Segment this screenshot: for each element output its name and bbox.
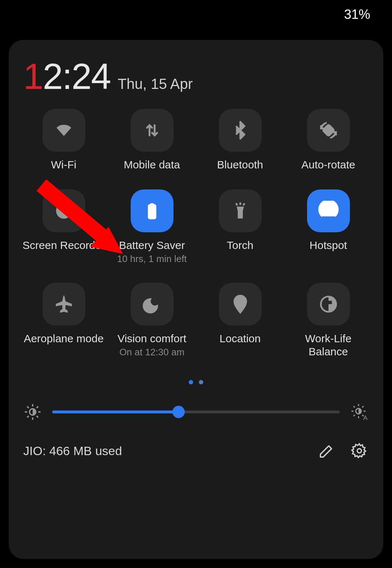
- svg-point-5: [61, 208, 66, 214]
- svg-rect-16: [328, 301, 332, 304]
- airplane-toggle[interactable]: [42, 283, 85, 326]
- tile-label: Wi-Fi: [51, 158, 77, 171]
- tile-label: Battery Saver: [119, 239, 185, 252]
- clock-time: 12:24: [23, 58, 110, 94]
- svg-line-12: [243, 203, 245, 205]
- tile-wifi: Wi-Fi: [20, 109, 108, 171]
- page-dot[interactable]: [199, 380, 203, 384]
- worklife-toggle[interactable]: [307, 283, 350, 326]
- tile-sublabel: 10 hrs, 1 min left: [117, 253, 187, 265]
- mobiledata-toggle[interactable]: [131, 109, 173, 152]
- hotspot-toggle[interactable]: [307, 189, 350, 232]
- brightness-slider[interactable]: [52, 407, 340, 417]
- bottom-row: JIO: 466 MB used: [20, 441, 372, 460]
- tile-label: Work-Life Balance: [284, 332, 372, 358]
- svg-rect-7: [150, 203, 154, 205]
- svg-point-38: [357, 449, 362, 453]
- slider-track: [52, 410, 340, 413]
- tile-label: Bluetooth: [217, 158, 263, 171]
- svg-line-36: [362, 406, 364, 408]
- moon-toggle[interactable]: [131, 283, 173, 326]
- location-toggle[interactable]: [219, 283, 262, 326]
- tile-label: Location: [220, 332, 261, 345]
- svg-line-26: [37, 406, 38, 408]
- tile-battery: Battery Saver10 hrs, 1 min left: [108, 189, 196, 265]
- tile-worklife: Work-Life Balance: [284, 283, 372, 358]
- clock-accent: 1: [23, 56, 43, 97]
- tile-label: Torch: [227, 239, 253, 252]
- slider-thumb[interactable]: [172, 406, 185, 418]
- svg-line-35: [354, 415, 355, 416]
- tile-location: Location: [196, 283, 284, 358]
- quick-settings-panel: 12:24 Thu, 15 Apr Wi-FiMobile dataBlueto…: [9, 40, 383, 559]
- brightness-icon[interactable]: [23, 402, 42, 421]
- tile-label: Aeroplane mode: [24, 332, 103, 345]
- auto-brightness-icon[interactable]: A: [350, 402, 369, 421]
- data-usage[interactable]: JIO: 466 MB used: [23, 444, 122, 458]
- clock-date: Thu, 15 Apr: [118, 76, 193, 92]
- svg-line-24: [37, 416, 38, 417]
- screenrec-toggle[interactable]: [42, 189, 85, 232]
- wifi-toggle[interactable]: [42, 109, 85, 152]
- page-dots[interactable]: [20, 380, 372, 384]
- tile-torch: Torch: [196, 189, 284, 265]
- svg-point-14: [238, 299, 242, 304]
- slider-fill: [52, 410, 179, 413]
- battery-toggle[interactable]: [131, 189, 173, 232]
- tile-airplane: Aeroplane mode: [20, 283, 108, 358]
- tile-label: Screen Recorder: [23, 239, 105, 252]
- tile-label: Hotspot: [310, 239, 347, 252]
- bottom-actions: [317, 441, 369, 460]
- settings-button[interactable]: [350, 441, 369, 460]
- page-dot[interactable]: [189, 380, 193, 384]
- tile-sublabel: On at 12:30 am: [119, 347, 184, 358]
- tile-label: Auto-rotate: [301, 158, 355, 171]
- torch-toggle[interactable]: [219, 189, 262, 232]
- tile-hotspot: Hotspot: [284, 189, 372, 265]
- status-bar: 31%: [0, 0, 392, 29]
- svg-rect-3: [322, 124, 334, 136]
- svg-text:A: A: [363, 414, 368, 421]
- tile-label: Vision comfort: [118, 332, 187, 345]
- svg-line-33: [354, 406, 355, 408]
- clock-row: 12:24 Thu, 15 Apr: [20, 58, 372, 94]
- tile-mobiledata: Mobile data: [108, 109, 196, 171]
- svg-line-11: [236, 203, 237, 205]
- clock-rest: 2:24: [43, 56, 111, 97]
- tile-autorotate: Auto-rotate: [284, 109, 372, 171]
- tile-bluetooth: Bluetooth: [196, 109, 284, 171]
- tile-moon: Vision comfortOn at 12:30 am: [108, 283, 196, 358]
- tile-label: Mobile data: [124, 158, 180, 171]
- tile-screenrec: Screen Recorder: [20, 189, 108, 265]
- svg-line-25: [27, 416, 29, 417]
- battery-percent: 31%: [344, 7, 370, 22]
- autorotate-toggle[interactable]: [307, 109, 350, 152]
- brightness-row: A: [20, 402, 372, 421]
- tiles-grid: Wi-FiMobile dataBluetoothAuto-rotateScre…: [20, 109, 372, 358]
- edit-button[interactable]: [317, 441, 336, 460]
- bluetooth-toggle[interactable]: [219, 109, 262, 152]
- svg-line-23: [27, 406, 29, 408]
